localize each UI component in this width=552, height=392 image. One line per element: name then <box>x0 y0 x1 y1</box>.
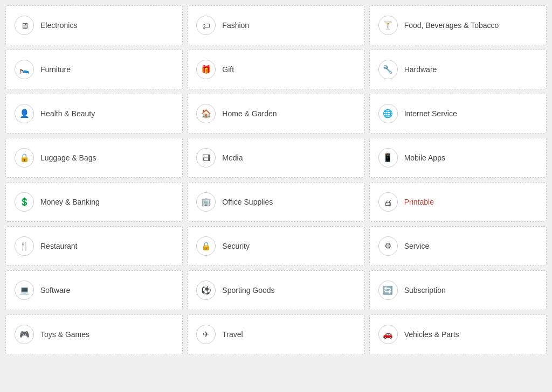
subscription-icon: 🔄 <box>378 281 398 300</box>
category-grid: 🖥Electronics🏷Fashion🍸Food, Beverages & T… <box>5 5 547 354</box>
office-supplies-label: Office Supplies <box>222 198 273 206</box>
category-card-media[interactable]: 🎞Media <box>187 138 364 178</box>
internet-service-label: Internet Service <box>404 109 457 118</box>
home-garden-label: Home & Garden <box>222 109 277 118</box>
hardware-label: Hardware <box>404 65 437 74</box>
category-card-luggage-bags[interactable]: 🔒Luggage & Bags <box>5 138 183 178</box>
fashion-label: Fashion <box>222 21 249 30</box>
category-card-fashion[interactable]: 🏷Fashion <box>187 5 364 45</box>
sporting-goods-icon: ⚽ <box>196 281 216 300</box>
category-card-subscription[interactable]: 🔄Subscription <box>369 270 547 310</box>
security-icon: 🔒 <box>196 236 216 256</box>
vehicles-parts-label: Vehicles & Parts <box>404 330 459 339</box>
category-card-software[interactable]: 💻Software <box>5 270 183 310</box>
travel-label: Travel <box>222 330 243 339</box>
travel-icon: ✈ <box>196 325 216 344</box>
money-banking-icon: 💲 <box>15 192 34 212</box>
restaurant-label: Restaurant <box>40 242 77 250</box>
health-beauty-label: Health & Beauty <box>40 109 95 118</box>
category-card-electronics[interactable]: 🖥Electronics <box>5 5 183 45</box>
food-beverages-tobacco-label: Food, Beverages & Tobacco <box>404 21 499 30</box>
vehicles-parts-icon: 🚗 <box>378 325 398 344</box>
subscription-label: Subscription <box>404 286 446 295</box>
internet-service-icon: 🌐 <box>378 104 398 123</box>
printable-icon: 🖨 <box>378 192 398 212</box>
service-icon: ⚙ <box>378 236 398 256</box>
fashion-icon: 🏷 <box>196 16 216 35</box>
category-card-food-beverages-tobacco[interactable]: 🍸Food, Beverages & Tobacco <box>369 5 547 45</box>
food-beverages-tobacco-icon: 🍸 <box>378 16 398 35</box>
furniture-label: Furniture <box>40 65 71 74</box>
category-card-home-garden[interactable]: 🏠Home & Garden <box>187 94 364 134</box>
category-card-sporting-goods[interactable]: ⚽Sporting Goods <box>187 270 364 310</box>
category-card-internet-service[interactable]: 🌐Internet Service <box>369 94 547 134</box>
restaurant-icon: 🍴 <box>15 236 34 256</box>
hardware-icon: 🔧 <box>378 60 398 79</box>
media-label: Media <box>222 153 243 162</box>
category-card-mobile-apps[interactable]: 📱Mobile Apps <box>369 138 547 178</box>
sporting-goods-label: Sporting Goods <box>222 286 274 295</box>
category-card-hardware[interactable]: 🔧Hardware <box>369 50 547 89</box>
luggage-bags-icon: 🔒 <box>15 148 34 167</box>
toys-games-icon: 🎮 <box>15 325 34 344</box>
health-beauty-icon: 👤 <box>15 104 34 123</box>
electronics-icon: 🖥 <box>15 16 34 35</box>
category-card-office-supplies[interactable]: 🏢Office Supplies <box>187 182 364 222</box>
category-card-toys-games[interactable]: 🎮Toys & Games <box>5 314 183 354</box>
luggage-bags-label: Luggage & Bags <box>40 153 96 162</box>
money-banking-label: Money & Banking <box>40 198 100 206</box>
printable-label: Printable <box>404 198 434 206</box>
category-card-furniture[interactable]: 🛌Furniture <box>5 50 183 89</box>
home-garden-icon: 🏠 <box>196 104 216 123</box>
electronics-label: Electronics <box>40 21 77 30</box>
category-card-gift[interactable]: 🎁Gift <box>187 50 364 89</box>
category-card-health-beauty[interactable]: 👤Health & Beauty <box>5 94 183 134</box>
security-label: Security <box>222 242 250 250</box>
gift-icon: 🎁 <box>196 60 216 79</box>
office-supplies-icon: 🏢 <box>196 192 216 212</box>
furniture-icon: 🛌 <box>15 60 34 79</box>
software-label: Software <box>40 286 70 295</box>
service-label: Service <box>404 242 430 250</box>
gift-label: Gift <box>222 65 234 74</box>
category-card-printable[interactable]: 🖨Printable <box>369 182 547 222</box>
mobile-apps-label: Mobile Apps <box>404 153 445 162</box>
category-card-security[interactable]: 🔒Security <box>187 226 364 266</box>
category-card-service[interactable]: ⚙Service <box>369 226 547 266</box>
category-card-vehicles-parts[interactable]: 🚗Vehicles & Parts <box>369 314 547 354</box>
media-icon: 🎞 <box>196 148 216 167</box>
software-icon: 💻 <box>15 281 34 300</box>
toys-games-label: Toys & Games <box>40 330 89 339</box>
category-card-money-banking[interactable]: 💲Money & Banking <box>5 182 183 222</box>
category-card-travel[interactable]: ✈Travel <box>187 314 364 354</box>
category-card-restaurant[interactable]: 🍴Restaurant <box>5 226 183 266</box>
mobile-apps-icon: 📱 <box>378 148 398 167</box>
